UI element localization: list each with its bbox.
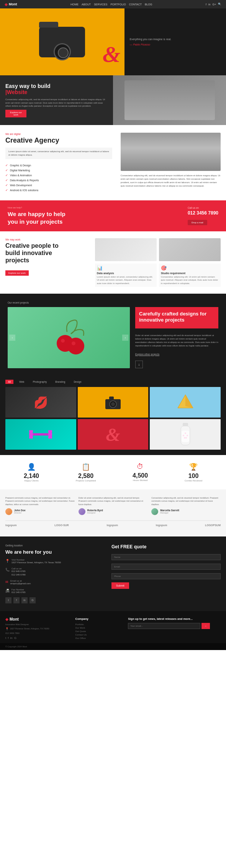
testimonial-1-text: Praesent commodo cursus magna, vel scele… xyxy=(5,496,75,506)
author-1-info: John Doe Director xyxy=(14,509,26,514)
nav-home[interactable]: HOME xyxy=(70,3,79,6)
easy-title: Easy way to build |Website xyxy=(5,83,108,96)
chart-icon: 📊 xyxy=(97,265,155,271)
agency-right-text: Consectetur adipiscing elit, sed do eius… xyxy=(121,174,221,188)
creative-images xyxy=(95,238,221,261)
gallery-item-dumbbells[interactable] xyxy=(5,419,76,450)
instagram-icon[interactable]: in xyxy=(208,3,210,6)
logo-1: logopum xyxy=(5,524,17,527)
gallery-item-boat[interactable] xyxy=(150,387,221,418)
footer-link[interactable]: Our Work xyxy=(75,626,123,630)
projects-icon: 📋 xyxy=(76,463,96,471)
contact-address: 📍 Visit Number 1927 Florence Street, Arl… xyxy=(5,559,106,564)
gallery-item-bottle[interactable] xyxy=(150,419,221,450)
down-button[interactable]: ↓ xyxy=(135,361,143,368)
prev-button[interactable]: ‹ xyxy=(9,335,15,341)
cherry-image: ‹ › xyxy=(8,307,130,368)
footer-google-icon[interactable]: G xyxy=(14,636,16,640)
phone-input[interactable] xyxy=(111,573,221,579)
svg-rect-12 xyxy=(29,436,33,439)
creative-section: We may work Creative people to build inn… xyxy=(0,231,226,294)
footer-location-icon: 📍 xyxy=(5,627,9,631)
filter-all[interactable]: All xyxy=(5,380,13,384)
hero-left: & xyxy=(0,8,124,75)
facebook-button[interactable]: f xyxy=(13,597,20,603)
contact-email: ✉ Email us at enquiry@gmail.com xyxy=(5,580,106,585)
gallery-item-ampersand[interactable]: & xyxy=(78,419,149,450)
testimonial-2: Dolor sit amet consectetur adipiscing el… xyxy=(79,496,148,515)
footer-twitter-icon[interactable]: t xyxy=(5,636,6,640)
card1-title: Data analysis xyxy=(97,272,155,275)
footer-link[interactable]: Contact Us xyxy=(75,633,123,637)
newsletter-input[interactable] xyxy=(128,623,200,629)
testimonials-grid: Praesent commodo cursus magna, vel scele… xyxy=(5,496,221,515)
svg-marker-9 xyxy=(185,395,193,408)
service-list: ✓Graphic & Design ✓Digital Marketing ✓Vi… xyxy=(5,163,112,193)
agency-left: We are digital Creative Agency Lorem ips… xyxy=(0,133,118,193)
footer-facebook-icon[interactable]: f xyxy=(8,636,8,640)
explore-button[interactable]: Explore our work xyxy=(5,110,26,117)
navbar: ◈ Mont HOME ABOUT SERVICES PORTFOLIO CON… xyxy=(0,0,226,8)
explore-projects-link[interactable]: Explore other projects xyxy=(135,353,218,356)
clients-number: 2,140 xyxy=(24,473,39,480)
search-icon[interactable]: 🔍 xyxy=(218,3,221,6)
service-item: ✓Video & Animation xyxy=(5,173,112,178)
gallery-filters: All Web Photography Branding Design xyxy=(5,380,221,384)
service-item: ✓Digital Marketing xyxy=(5,168,112,173)
author-1-role: Director xyxy=(14,512,26,514)
filter-branding[interactable]: Branding xyxy=(52,380,68,384)
nav-about[interactable]: ABOUT xyxy=(82,3,91,6)
google-button[interactable]: G xyxy=(29,597,36,603)
location-icon: 📍 xyxy=(5,559,10,563)
nav-portfolio[interactable]: PORTFOLIO xyxy=(110,3,126,6)
contact-social: t f in G xyxy=(5,597,106,603)
newsletter-button[interactable]: → xyxy=(201,623,210,629)
author-2-info: Roberta Byrd Designer xyxy=(87,509,103,514)
footer-link[interactable]: Portfolio xyxy=(75,623,123,626)
agency-title: Creative Agency xyxy=(5,137,112,145)
footer-instagram-icon[interactable]: in xyxy=(10,636,12,640)
logos-row: logopum LOGO·SUR logopum logopum LOGOPSU… xyxy=(5,520,221,530)
logo-icon: ◈ xyxy=(5,2,8,7)
team-photo xyxy=(121,133,221,171)
footer-link[interactable]: Our Office xyxy=(75,637,123,640)
avatar-3 xyxy=(151,508,158,515)
nav-blog[interactable]: BLOG xyxy=(145,3,152,6)
call-us-label: Call us on xyxy=(188,206,218,209)
data-analysis-card: 📊 Data analysis Lorem ipsum dolor sit am… xyxy=(95,263,157,287)
creative-cards: 📊 Data analysis Lorem ipsum dolor sit am… xyxy=(95,263,221,287)
hero-tagline: Everything you can imagine is real. xyxy=(130,38,221,41)
nav-links: HOME ABOUT SERVICES PORTFOLIO CONTACT BL… xyxy=(70,3,152,6)
nav-contact[interactable]: CONTACT xyxy=(129,3,142,6)
help-title: We are happy to help you in your project… xyxy=(8,210,66,225)
filter-photography[interactable]: Photography xyxy=(30,380,49,384)
email-input[interactable] xyxy=(111,564,221,570)
portfolio-section: Our recent projects ‹ › Carefully crafte… xyxy=(0,294,226,376)
gallery-item-camera[interactable] xyxy=(78,387,149,418)
author-3-name: Marcella Garrett xyxy=(160,509,179,512)
gallery-item-lips[interactable]: 💋 xyxy=(5,387,76,418)
filter-web[interactable]: Web xyxy=(16,380,27,384)
name-input[interactable] xyxy=(111,554,221,560)
explore-work-button[interactable]: Explore our work xyxy=(5,270,29,276)
contact-fax: 📠 Fax Number 012 345 6765 xyxy=(5,588,106,594)
instagram-button[interactable]: in xyxy=(21,597,28,603)
next-button[interactable]: › xyxy=(122,335,128,341)
footer-link[interactable]: Get Quote xyxy=(75,630,123,633)
copyright: © Copyright 2024 Mont xyxy=(5,645,27,648)
phone-text-1: 012 645 6765 xyxy=(11,570,26,573)
twitter-button[interactable]: t xyxy=(5,597,11,603)
filter-design[interactable]: Design xyxy=(71,380,84,384)
help-left: How we help? We are happy to help you in… xyxy=(8,206,66,225)
check-icon: ✓ xyxy=(5,189,8,192)
awards-icon: 🏆 xyxy=(185,463,202,471)
submit-button[interactable]: Submit xyxy=(111,582,129,589)
drop-mail-button[interactable]: Drop a mail xyxy=(188,220,207,225)
svg-rect-19 xyxy=(182,431,189,442)
nav-services[interactable]: SERVICES xyxy=(94,3,107,6)
google-icon[interactable]: G+ xyxy=(212,3,216,6)
facebook-icon[interactable]: f xyxy=(206,3,206,6)
help-label: How we help? xyxy=(8,206,66,209)
camera-image xyxy=(37,17,87,67)
agency-desc: Lorem ipsum dolor sit amet, consectetur … xyxy=(8,150,109,157)
